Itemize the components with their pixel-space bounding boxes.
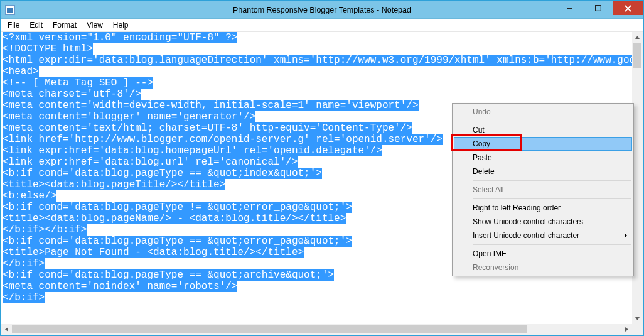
ctx-separator xyxy=(473,244,631,245)
menu-file[interactable]: File xyxy=(3,19,24,31)
titlebar: Phantom Responsive Blogger Templates - N… xyxy=(1,1,643,19)
code-line: <!-- [ Meta Tag SEO ] --> xyxy=(3,77,631,89)
ctx-insert-unicode[interactable]: Insert Unicode control character xyxy=(454,229,632,242)
svg-marker-5 xyxy=(635,317,640,320)
chevron-right-icon xyxy=(625,233,627,238)
ctx-separator xyxy=(473,180,631,181)
menu-view[interactable]: View xyxy=(82,19,108,31)
close-button[interactable] xyxy=(613,1,643,15)
ctx-rtl[interactable]: Right to left Reading order xyxy=(454,201,632,215)
maximize-button[interactable] xyxy=(584,1,613,15)
ctx-cut[interactable]: Cut xyxy=(454,123,632,137)
vertical-scroll-thumb[interactable] xyxy=(633,43,641,68)
horizontal-scrollbar[interactable] xyxy=(1,324,632,335)
code-line: <html expr:dir='data:blog.languageDirect… xyxy=(3,55,631,66)
minimize-button[interactable] xyxy=(555,1,584,15)
window-title: Phantom Responsive Blogger Templates - N… xyxy=(1,6,643,14)
svg-marker-7 xyxy=(625,327,628,332)
ctx-show-unicode[interactable]: Show Unicode control characters xyxy=(454,215,632,229)
menu-help[interactable]: Help xyxy=(108,19,134,31)
ctx-separator xyxy=(473,198,631,199)
scroll-left-arrow-icon[interactable] xyxy=(1,324,12,335)
ctx-select-all: Select All xyxy=(454,183,632,197)
ctx-separator xyxy=(473,121,631,121)
menu-edit[interactable]: Edit xyxy=(24,19,48,31)
code-line: <meta charset='utf-8'/> xyxy=(3,89,631,100)
horizontal-scroll-thumb[interactable] xyxy=(12,325,527,333)
scroll-down-arrow-icon[interactable] xyxy=(632,313,643,324)
code-line: <!DOCTYPE html> xyxy=(3,43,631,55)
svg-rect-1 xyxy=(596,6,601,11)
ctx-delete[interactable]: Delete xyxy=(454,165,632,178)
notepad-icon xyxy=(5,5,15,15)
code-line: <meta content='noindex' name='robots'/> xyxy=(3,281,631,292)
svg-marker-4 xyxy=(635,36,640,39)
scroll-up-arrow-icon[interactable] xyxy=(632,32,643,43)
code-line: </b:if> xyxy=(3,292,631,303)
scroll-right-arrow-icon[interactable] xyxy=(621,324,632,335)
scroll-corner xyxy=(632,324,643,335)
ctx-undo: Undo xyxy=(454,105,632,119)
code-line: <head> xyxy=(3,66,631,77)
menubar: File Edit Format View Help xyxy=(1,19,643,32)
context-menu: Undo Cut Copy Paste Delete Select All Ri… xyxy=(452,103,634,276)
ctx-insert-unicode-label: Insert Unicode control character xyxy=(473,231,579,240)
ctx-reconversion: Reconversion xyxy=(454,261,632,274)
ctx-paste[interactable]: Paste xyxy=(454,151,632,165)
window-controls xyxy=(555,1,643,15)
ctx-open-ime[interactable]: Open IME xyxy=(454,247,632,261)
svg-marker-6 xyxy=(5,327,8,332)
ctx-copy[interactable]: Copy xyxy=(454,137,632,151)
code-line: <?xml version="1.0" encoding="UTF-8" ?> xyxy=(3,32,631,43)
menu-format[interactable]: Format xyxy=(48,19,82,31)
